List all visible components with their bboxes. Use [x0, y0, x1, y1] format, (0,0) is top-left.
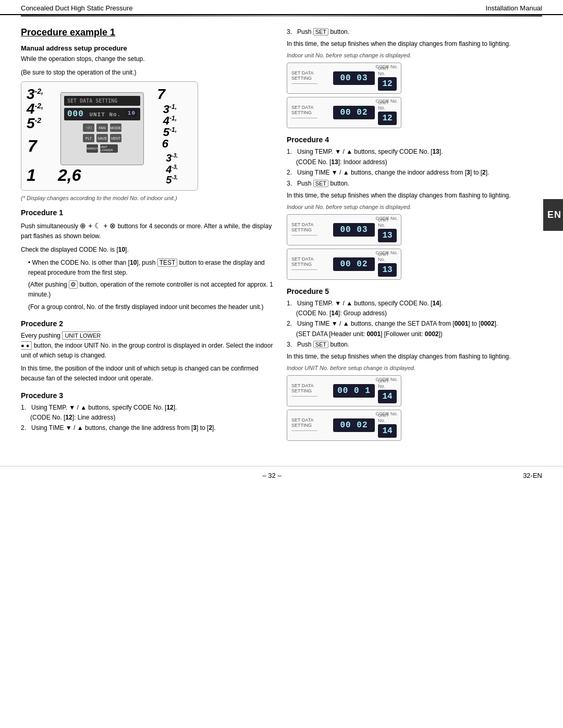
proc4-step1: 1. Using TEMP. ▼ / ▲ buttons, specify CO… — [287, 147, 542, 157]
controller-device: SET DATA SETTING 000 UNIT No. 10 ◁◁ FAN … — [60, 92, 144, 165]
proc3-display-before: CODE No. SET DATA SETTING────────── 00 0… — [287, 63, 401, 94]
proc5-note: In this time, the setup finishes when th… — [287, 352, 542, 362]
proc1-bullet3: (For a group control, No. of the firstly… — [28, 302, 276, 312]
controller-lcd: SET DATA SETTING — [64, 96, 140, 106]
proc5-display-pair: CODE No. SET DATA SETTING────────── 00 0… — [287, 375, 542, 441]
btn-fan[interactable]: FAN — [96, 124, 108, 132]
page-footer: – 32 – 32-EN — [0, 466, 563, 485]
diagram-num-7b: 7 — [157, 86, 165, 103]
proc2-heading: Procedure 2 — [21, 319, 276, 328]
proc5-step2: 2. Using TIME ▼ / ▲ buttons, change the … — [287, 319, 542, 329]
proc2-text: Every pushing UNIT LOWER● ● button, the … — [21, 331, 276, 361]
proc2-text2: In this time, the position of the indoor… — [21, 364, 276, 384]
proc5-step1-sub: (CODE No. [14]: Group address) — [296, 310, 542, 317]
btn-mode[interactable]: MODE — [110, 124, 121, 132]
proc5-heading: Procedure 5 — [287, 287, 542, 295]
proc3-display-after: CODE No. SET DATA SETTING────────── 00 0… — [287, 97, 401, 128]
btn-swingv[interactable]: SWNGY — [87, 144, 98, 153]
proc1-text2: Check the displayed CODE No. is [10]. — [21, 245, 276, 255]
proc4-heading: Procedure 4 — [287, 135, 542, 144]
proc5-step2-sub: (SET DATA [Header unit: 0001] [Follower … — [296, 330, 542, 338]
proc1-heading: Procedure 1 — [21, 208, 276, 217]
left-column: Procedure example 1 Manual address setup… — [21, 27, 276, 445]
proc1-bullet2: (After pushing ⚙ button, operation of th… — [28, 280, 276, 300]
proc3-display-pair: CODE No. SET DATA SETTING────────── 00 0… — [287, 63, 542, 128]
controller-display: 000 UNIT No. 10 — [64, 108, 140, 120]
proc3-note2: Indoor unit No. before setup change is d… — [287, 52, 542, 58]
main-content: Procedure example 1 Manual address setup… — [0, 17, 563, 455]
proc4-display-pair: CODE No. SET DATA SETTING────────── 00 0… — [287, 214, 542, 280]
proc3-step3: 3. Push SET button. — [287, 27, 542, 37]
manual-setup-heading: Manual address setup procedure — [21, 44, 276, 52]
proc3-note: In this time, the setup finishes when th… — [287, 39, 542, 49]
diagram-num-7a: 7 — [28, 137, 37, 156]
footer-right: 32-EN — [523, 472, 542, 479]
proc4-step1-sub: (CODE No. [13]: Indoor address) — [296, 158, 542, 166]
manual-setup-line1: While the operation stops, change the se… — [21, 54, 276, 64]
page-title: Procedure example 1 — [21, 27, 276, 38]
proc4-display-before: CODE No. SET DATA SETTING────────── 00 0… — [287, 214, 401, 245]
proc4-note2: Indoor unit No. before setup change is d… — [287, 204, 542, 210]
diagram-caption: (* Display changes according to the mode… — [21, 195, 276, 201]
btn-filter[interactable]: FLT — [83, 134, 94, 142]
proc4-step2: 2. Using TIME ▼ / ▲ buttons, change the … — [287, 168, 542, 178]
diagram-num-26: 2,6 — [58, 166, 81, 185]
controller-buttons-row3: SWNGY UNIT LOADER — [61, 144, 143, 153]
diagram-num-53: 5-3, — [166, 174, 178, 186]
proc5-display-after: CODE No. SET DATA SETTING────────── 00 0… — [287, 410, 401, 441]
controller-buttons-row2: FLT SAVE VENT — [61, 134, 143, 142]
diagram-num-1: 1 — [27, 166, 36, 185]
proc5-note2: Indoor UNIT No. before setup change is d… — [287, 365, 542, 371]
proc4-step3: 3. Push SET button. — [287, 179, 542, 189]
controller-buttons-row1: ◁◁ FAN MODE — [61, 124, 143, 132]
proc3-step3-cont: 3. Push SET button. In this time, the se… — [287, 27, 542, 128]
proc4-display-after: CODE No. SET DATA SETTING────────── 00 0… — [287, 249, 401, 280]
btn-save[interactable]: SAVE — [96, 134, 108, 142]
page-header: Concealed Duct High Static Pressure Inst… — [0, 0, 563, 15]
header-left: Concealed Duct High Static Pressure — [21, 4, 133, 12]
footer-center: – 32 – — [262, 472, 281, 479]
proc3-step2: 2. Using TIME ▼ / ▲ buttons, change the … — [21, 423, 276, 433]
proc3-step1-sub: (CODE No. [12]: Line address) — [30, 414, 276, 421]
manual-setup-line2: (Be sure to stop the operation of the un… — [21, 68, 276, 77]
proc1-text1: Push simultaneously ⊕ + ☾ + ⊗ buttons fo… — [21, 220, 276, 242]
diagram-num-33: 3-3, — [166, 152, 178, 164]
diagram-num-6: 6 — [162, 137, 168, 151]
btn-unit-loader[interactable]: UNIT LOADER — [100, 144, 118, 153]
main-diagram: 3-2, 4-2, 5-2 7 1 2,6 7 3-1, 4-1, 5-1, 6… — [21, 81, 198, 191]
proc3-step1: 1. Using TEMP. ▼ / ▲ buttons, specify CO… — [21, 403, 276, 413]
proc1-bullet1: • When the CODE No. is other than [10], … — [28, 258, 276, 278]
proc5-display-before: CODE No. SET DATA SETTING────────── 00 0… — [287, 375, 401, 406]
diagram-num-5: 5-2 — [27, 115, 41, 132]
header-right: Installation Manual — [486, 4, 542, 12]
btn-vent[interactable]: VENT — [110, 134, 121, 142]
proc3-heading: Procedure 3 — [21, 391, 276, 400]
proc5-step3: 3. Push SET button. — [287, 340, 542, 350]
btn-rev[interactable]: ◁◁ — [83, 124, 94, 132]
proc5-step1: 1. Using TEMP. ▼ / ▲ buttons, specify CO… — [287, 299, 542, 309]
proc4-note: In this time, the setup finishes when th… — [287, 191, 542, 201]
right-column: 3. Push SET button. In this time, the se… — [287, 27, 542, 445]
